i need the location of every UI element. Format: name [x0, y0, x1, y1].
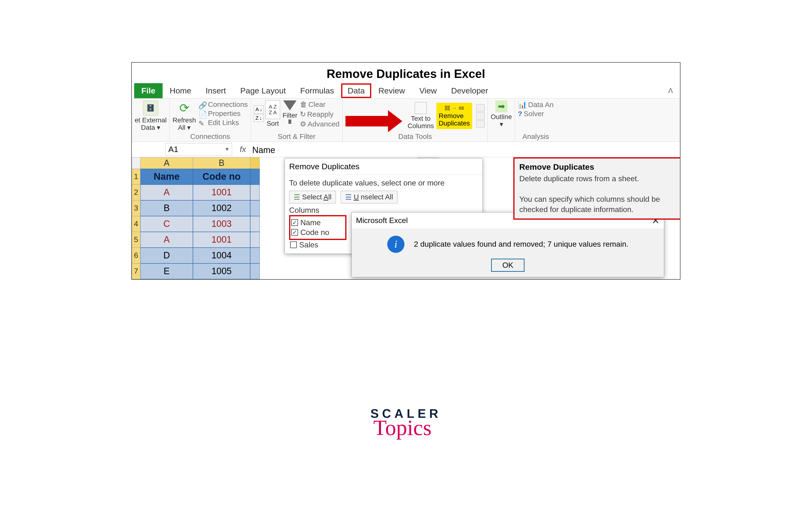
filter-icon [283, 100, 296, 110]
dialog2-message: 2 duplicate values found and removed; 7 … [414, 240, 629, 249]
dialog-title: Remove Duplicates [285, 159, 483, 175]
formula-input[interactable]: Name [250, 143, 680, 156]
sheet-area: A B F 1 Name Code no 2 A 1001 [132, 157, 680, 279]
clear-filter-button[interactable]: 🗑Clear [300, 100, 340, 109]
solver-icon: ? [518, 110, 522, 118]
tab-developer[interactable]: Developer [444, 83, 495, 98]
dialog-instruction: To delete duplicate values, select one o… [289, 179, 478, 187]
properties-button[interactable]: 📄Properties [198, 109, 248, 117]
reapply-button[interactable]: ↻Reapply [300, 110, 340, 118]
col-header-b[interactable]: B [193, 157, 250, 169]
cell[interactable]: 1003 [193, 216, 250, 232]
scaler-logo: SCALER Topics [371, 406, 442, 440]
what-if-button[interactable] [476, 120, 485, 128]
group-label-sort-filter: Sort & Filter [254, 132, 340, 140]
checkbox-code[interactable]: ✓Code no [291, 227, 344, 237]
cell[interactable]: B [140, 200, 193, 216]
ok-button[interactable]: OK [491, 259, 525, 272]
group-label-data-tools: Data Tools [346, 132, 485, 140]
tab-file[interactable]: File [134, 83, 163, 98]
reapply-icon: ↻ [300, 110, 306, 118]
ribbon-body: 🗄️ et External Data ▾ ⟳ Refresh All ▾ 🔗C… [132, 99, 680, 142]
unselect-all-button[interactable]: ☰Unselect All [341, 191, 398, 204]
tab-home[interactable]: Home [163, 83, 199, 98]
row-header[interactable]: 4 [132, 216, 140, 232]
edit-links-icon: ✎ [198, 119, 206, 126]
row-header[interactable]: 6 [132, 248, 140, 263]
sort-desc-button[interactable]: Z↓ [254, 114, 264, 122]
cell[interactable]: 1001 [193, 185, 250, 200]
advanced-icon: ⚙ [300, 120, 306, 128]
get-external-data-button[interactable]: 🗄️ et External Data ▾ [135, 100, 167, 132]
properties-icon: 📄 [198, 110, 206, 117]
select-all-icon: ☰ [294, 193, 300, 201]
cell[interactable]: 1005 [193, 263, 250, 279]
collapse-ribbon-icon[interactable]: ᐱ [666, 84, 680, 97]
text-to-columns-button[interactable]: Text to Columns [408, 102, 434, 130]
refresh-icon: ⟳ [177, 100, 192, 116]
cell[interactable]: A [140, 232, 193, 248]
name-box-dropdown-icon[interactable]: ▼ [222, 146, 232, 152]
analysis-icon: 📊 [518, 100, 527, 109]
tab-formulas[interactable]: Formulas [293, 83, 341, 98]
ribbon-tabs: File Home Insert Page Layout Formulas Da… [132, 83, 680, 99]
advanced-filter-button[interactable]: ⚙Advanced [300, 120, 340, 128]
group-label-analysis: Analysis [518, 132, 554, 140]
row-header[interactable]: 2 [132, 185, 140, 200]
remove-duplicates-icon: → [445, 105, 464, 112]
cell[interactable]: 1004 [193, 248, 250, 263]
cell[interactable]: 1002 [193, 200, 250, 216]
row-header[interactable]: 7 [132, 263, 140, 279]
fx-label[interactable]: fx [235, 144, 250, 154]
tab-view[interactable]: View [412, 83, 444, 98]
formula-bar: A1▼ fx Name [132, 142, 680, 157]
page-title: Remove Duplicates in Excel [132, 63, 680, 83]
tab-review[interactable]: Review [371, 83, 412, 98]
checkbox-name[interactable]: ✓Name [291, 218, 344, 227]
tab-insert[interactable]: Insert [198, 83, 233, 98]
connections-button[interactable]: 🔗Connections [198, 100, 248, 109]
row-header[interactable]: 1 [132, 169, 140, 185]
name-box[interactable]: A1▼ [165, 143, 232, 156]
consolidate-button[interactable] [476, 112, 485, 119]
cell[interactable]: A [140, 185, 193, 200]
row-header[interactable]: 3 [132, 200, 140, 216]
database-icon: 🗄️ [143, 100, 158, 116]
refresh-all-button[interactable]: ⟳ Refresh All ▾ [173, 100, 196, 132]
table-header-code[interactable]: Code no [193, 169, 250, 185]
data-analysis-button[interactable]: 📊Data An [518, 100, 554, 109]
cell[interactable]: D [140, 248, 193, 263]
result-dialog: Microsoft Excel ✕ i 2 duplicate values f… [351, 212, 664, 277]
cell[interactable]: C [140, 216, 193, 232]
col-header-a[interactable]: A [140, 157, 193, 169]
select-all-corner[interactable] [132, 157, 140, 169]
unselect-all-icon: ☰ [345, 193, 352, 201]
edit-links-button[interactable]: ✎Edit Links [198, 118, 248, 127]
remove-duplicates-tooltip: Remove Duplicates Delete duplicate rows … [513, 157, 680, 220]
cell[interactable]: E [140, 263, 193, 279]
columns-icon [415, 102, 427, 114]
sort-asc-button[interactable]: A↓ [254, 106, 264, 113]
clear-icon: 🗑 [300, 100, 307, 109]
info-icon: i [387, 236, 404, 253]
select-all-button[interactable]: ☰Select All [289, 191, 336, 204]
sort-button[interactable]: A ZZ A Sort [265, 100, 280, 127]
tooltip-line2: You can specify which columns should be … [519, 194, 676, 215]
tab-page-layout[interactable]: Page Layout [233, 83, 293, 98]
dialog2-title: Microsoft Excel [356, 216, 408, 225]
data-validation-button[interactable] [476, 104, 485, 111]
outline-icon: ➡ [495, 100, 508, 112]
tooltip-title: Remove Duplicates [519, 162, 676, 171]
outline-button[interactable]: ➡ Outline ▾ [491, 100, 512, 128]
row-header[interactable]: 5 [132, 232, 140, 248]
filter-button[interactable]: Filter [283, 100, 297, 119]
cell[interactable]: 1001 [193, 232, 250, 248]
solver-button[interactable]: ?Solver [518, 110, 554, 118]
group-label-connections: Connections [173, 132, 248, 140]
link-icon: 🔗 [198, 101, 206, 108]
tab-data[interactable]: Data [341, 83, 371, 98]
annotation-arrow [346, 116, 388, 127]
table-header-name[interactable]: Name [140, 169, 193, 185]
sort-icon: A ZZ A [265, 100, 280, 119]
remove-duplicates-button[interactable]: → Remove Duplicates [436, 103, 472, 129]
